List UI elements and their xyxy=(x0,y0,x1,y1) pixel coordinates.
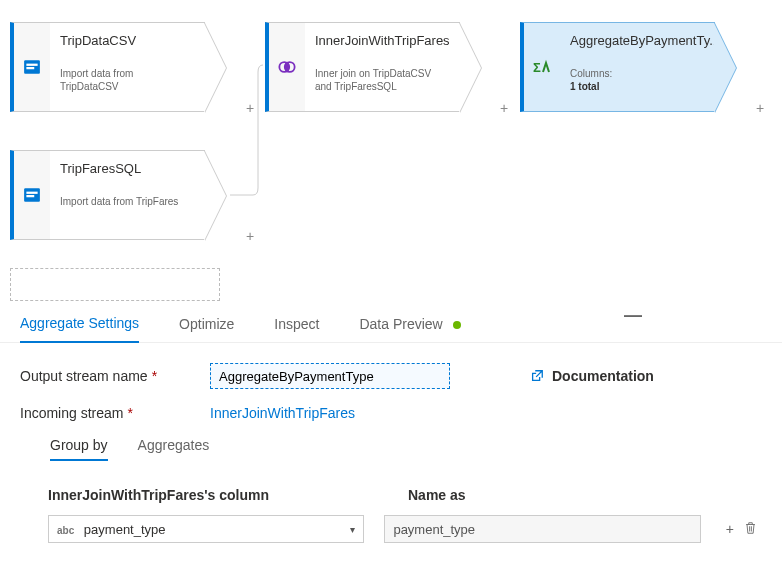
node-title: TripDataCSV xyxy=(60,33,194,49)
node-subtitle: Columns: 1 total xyxy=(570,67,704,93)
incoming-stream-link[interactable]: InnerJoinWithTripFares xyxy=(210,405,355,421)
groupby-row: abc payment_type ▾ payment_type + xyxy=(20,515,757,543)
join-icon xyxy=(278,58,296,76)
node-body: AggregateByPaymentTy... Columns: 1 total xyxy=(560,22,715,112)
svg-text:Σ: Σ xyxy=(533,60,541,75)
source-icon xyxy=(23,186,41,204)
delete-row-button[interactable] xyxy=(744,521,757,537)
svg-rect-1 xyxy=(26,64,37,66)
name-as-value: payment_type xyxy=(393,522,475,537)
node-subtitle: Import data from TripDataCSV xyxy=(60,67,194,93)
connector-line xyxy=(225,60,265,200)
column-select[interactable]: abc payment_type ▾ xyxy=(48,515,364,543)
columns-count: 1 total xyxy=(570,81,599,92)
svg-point-5 xyxy=(285,63,290,72)
node-title: InnerJoinWithTripFares xyxy=(315,33,449,49)
group-aggregate-subtabs: Group by Aggregates xyxy=(20,437,757,469)
incoming-stream-label: Incoming stream* xyxy=(20,405,190,421)
node-aggregate[interactable]: Σ AggregateByPaymentTy... Columns: 1 tot… xyxy=(520,22,715,112)
tab-data-preview-label: Data Preview xyxy=(359,316,442,332)
output-stream-label: Output stream name* xyxy=(20,368,190,384)
chevron-down-icon: ▾ xyxy=(350,524,355,535)
column-select-value: payment_type xyxy=(84,522,166,537)
type-prefix: abc xyxy=(57,525,80,536)
add-branch-button[interactable]: + xyxy=(246,228,254,244)
source-icon xyxy=(23,58,41,76)
subtab-group-by[interactable]: Group by xyxy=(50,437,108,461)
preview-status-dot xyxy=(453,321,461,329)
documentation-link[interactable]: Documentation xyxy=(530,368,654,384)
column-headers: InnerJoinWithTripFares's column Name as xyxy=(20,487,757,515)
output-stream-input[interactable] xyxy=(210,363,450,389)
subtab-aggregates[interactable]: Aggregates xyxy=(138,437,210,461)
node-body: TripFaresSQL Import data from TripFares xyxy=(50,150,205,240)
node-title: TripFaresSQL xyxy=(60,161,194,177)
svg-rect-9 xyxy=(26,195,34,197)
node-icon-band xyxy=(10,150,50,240)
column-header-source: InnerJoinWithTripFares's column xyxy=(48,487,388,503)
tab-optimize[interactable]: Optimize xyxy=(179,316,234,342)
node-body: TripDataCSV Import data from TripDataCSV xyxy=(50,22,205,112)
add-branch-button[interactable]: + xyxy=(756,100,764,116)
node-tripdatacsv[interactable]: TripDataCSV Import data from TripDataCSV xyxy=(10,22,205,112)
node-subtitle: Inner join on TripDataCSV and TripFaresS… xyxy=(315,67,449,93)
node-innerjoin[interactable]: InnerJoinWithTripFares Inner join on Tri… xyxy=(265,22,460,112)
node-icon-band xyxy=(265,22,305,112)
aggregate-settings-panel: Output stream name* Documentation Incomi… xyxy=(0,343,782,543)
node-tripfaressql[interactable]: TripFaresSQL Import data from TripFares xyxy=(10,150,205,240)
aggregate-icon: Σ xyxy=(533,58,551,76)
add-row-button[interactable]: + xyxy=(726,521,734,537)
column-header-name-as: Name as xyxy=(408,487,738,503)
documentation-label: Documentation xyxy=(552,368,654,384)
columns-label: Columns: xyxy=(570,68,612,79)
node-body: InnerJoinWithTripFares Inner join on Tri… xyxy=(305,22,460,112)
flow-canvas[interactable]: TripDataCSV Import data from TripDataCSV… xyxy=(0,0,782,305)
tab-aggregate-settings[interactable]: Aggregate Settings xyxy=(20,315,139,343)
settings-tabs: — Aggregate Settings Optimize Inspect Da… xyxy=(0,305,782,343)
tab-data-preview[interactable]: Data Preview xyxy=(359,316,460,342)
node-icon-band xyxy=(10,22,50,112)
tab-inspect[interactable]: Inspect xyxy=(274,316,319,342)
add-branch-button[interactable]: + xyxy=(246,100,254,116)
trash-icon xyxy=(744,521,757,535)
node-title: AggregateByPaymentTy... xyxy=(570,33,704,49)
node-subtitle: Import data from TripFares xyxy=(60,195,194,221)
placeholder-node[interactable] xyxy=(10,268,220,301)
add-branch-button[interactable]: + xyxy=(500,100,508,116)
name-as-field[interactable]: payment_type xyxy=(384,515,700,543)
external-link-icon xyxy=(530,369,544,383)
collapse-handle[interactable]: — xyxy=(624,305,642,326)
svg-rect-2 xyxy=(26,67,34,69)
svg-rect-8 xyxy=(26,192,37,194)
node-icon-band: Σ xyxy=(520,22,560,112)
